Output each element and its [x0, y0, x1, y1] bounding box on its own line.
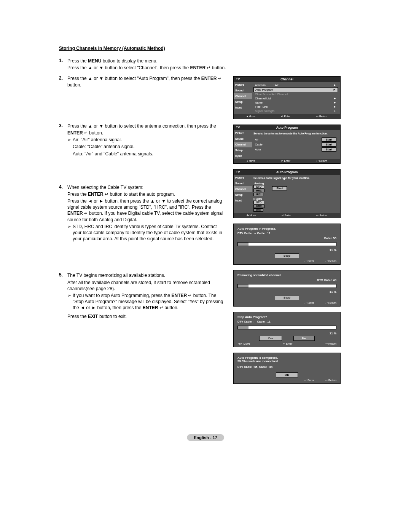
- note-icon: ➢: [67, 292, 73, 311]
- opt-irc[interactable]: IRC: [253, 193, 263, 196]
- osd-completed: Auto Program is completed. 99 Channels a…: [233, 353, 341, 384]
- row-signal-strength: Signal Strength►: [253, 109, 338, 113]
- enter-icon: ↵: [218, 76, 222, 81]
- tab-input[interactable]: Input: [234, 105, 252, 110]
- hint-return: ↩ Return: [325, 379, 336, 382]
- hint-enter: ↵ Enter: [281, 160, 290, 163]
- screens-column: TVChannel Picture Sound Channel Setup In…: [233, 58, 341, 384]
- step-number: 4.: [59, 184, 67, 242]
- tab-picture[interactable]: Picture: [234, 82, 252, 88]
- hint-move: ♦ Move: [247, 160, 255, 163]
- progress-cable: DTV Cable 40: [317, 278, 336, 282]
- start-button[interactable]: Start: [272, 186, 287, 190]
- tab-setup[interactable]: Setup: [234, 147, 252, 153]
- text: Press the ◄ or ► button, then press the …: [67, 198, 222, 210]
- tab-channel[interactable]: Channel: [234, 186, 252, 192]
- row-fine-tune[interactable]: Fine Tune►: [253, 105, 338, 109]
- menu-ref: MENU: [88, 58, 101, 64]
- row-auto-program[interactable]: Auto Program►: [253, 87, 338, 92]
- opt-std[interactable]: STD: [253, 201, 264, 204]
- text: button.: [67, 82, 81, 88]
- row-antenna[interactable]: Antenna : Air►: [253, 83, 338, 87]
- opt-irc[interactable]: IRC: [253, 208, 263, 212]
- text: When selecting the Cable TV system:: [67, 184, 226, 190]
- enter-ref: ENTER: [201, 76, 217, 81]
- enter-icon: ↵: [84, 130, 88, 136]
- text: Press the: [67, 192, 88, 197]
- hint-enter: ↵ Enter: [283, 342, 293, 345]
- tab-sound[interactable]: Sound: [234, 181, 252, 186]
- text: Press the: [67, 314, 88, 319]
- text: button to display the menu.: [101, 58, 157, 64]
- enter-ref: ENTER: [171, 293, 187, 298]
- text: Cable: "Cable" antenna signal.: [73, 144, 226, 150]
- tab-sound[interactable]: Sound: [234, 136, 252, 142]
- section-heading: Storing Channels in Memory (Automatic Me…: [59, 46, 352, 51]
- stop-button[interactable]: Stop: [275, 295, 299, 300]
- progress-percent: 11 %: [330, 332, 336, 335]
- step-number: 2.: [59, 75, 67, 88]
- osd-title: Auto Program: [276, 170, 298, 174]
- text: Auto: "Air" and "Cable" antenna signals.: [73, 151, 226, 157]
- tab-setup[interactable]: Setup: [234, 99, 252, 105]
- step-number: 5.: [59, 272, 67, 320]
- osd-title: Stop Auto Program?: [237, 315, 336, 319]
- osd-description: Selects a cable signal type for your loc…: [253, 177, 338, 180]
- tab-input[interactable]: Input: [234, 198, 252, 203]
- step-3: 3. Press the ▲ or ▼ button to select the…: [59, 123, 226, 158]
- row-auto[interactable]: AutoStart: [253, 147, 338, 152]
- opt-hrc[interactable]: HRC: [253, 189, 264, 192]
- ok-button[interactable]: OK: [276, 372, 298, 377]
- yes-button[interactable]: Yes: [259, 336, 282, 341]
- progress-bar: [237, 326, 336, 329]
- tab-sound[interactable]: Sound: [234, 88, 252, 93]
- hint-return: ↩ Return: [316, 160, 327, 163]
- no-button[interactable]: No: [293, 336, 315, 341]
- text: Press the: [67, 58, 88, 64]
- enter-icon: ↵: [105, 192, 108, 197]
- text: button to exit.: [98, 314, 127, 319]
- hint-return: ↩ Return: [316, 115, 327, 118]
- opt-hrc[interactable]: HRC: [253, 204, 264, 208]
- hint-move: ◄► Move: [237, 342, 250, 345]
- tab-channel[interactable]: Channel: [234, 142, 252, 147]
- osd-stop-confirm: Stop Auto Program? DTV Cable : -- Cable …: [233, 312, 341, 347]
- row-channel-list[interactable]: Channel List►: [253, 96, 338, 101]
- result-line: DTV Cable : 65, Cable : 34: [237, 365, 336, 369]
- enter-ref: ENTER: [190, 65, 206, 70]
- hint-enter: ↵ Enter: [304, 260, 314, 263]
- osd-subtitle: 99 Channels are memorized.: [237, 359, 336, 363]
- osd-progress: Auto Program in Progress. DTV Cable : --…: [233, 224, 341, 265]
- hint-enter: ↵ Enter: [282, 214, 291, 217]
- osd-auto-program-antenna: TVAuto Program Picture Sound Channel Set…: [233, 125, 341, 164]
- progress-percent: 11 %: [330, 248, 336, 252]
- hint-enter: ↵ Enter: [281, 115, 290, 118]
- tab-picture[interactable]: Picture: [234, 130, 252, 136]
- step-1: 1. Press the MENU button to display the …: [59, 58, 226, 72]
- tab-channel[interactable]: Channel: [234, 93, 252, 99]
- instructions-column: 1. Press the MENU button to display the …: [59, 58, 226, 384]
- enter-icon: ↵: [207, 65, 210, 70]
- start-button[interactable]: Start: [322, 147, 336, 152]
- start-button[interactable]: Start: [322, 142, 336, 147]
- text: Press the ▲ or ▼ button to select "Chann…: [67, 65, 190, 70]
- text: Air: "Air" antenna signal.: [73, 137, 226, 143]
- tab-picture[interactable]: Picture: [234, 175, 252, 181]
- text: button to start the auto program.: [108, 192, 175, 197]
- opt-std[interactable]: STD: [253, 185, 264, 189]
- tab-setup[interactable]: Setup: [234, 192, 252, 198]
- hint-enter: ↵ Enter: [304, 379, 314, 382]
- text: After all the available channels are sto…: [67, 280, 226, 292]
- enter-icon: ↵: [188, 293, 192, 298]
- text: button.: [210, 65, 226, 70]
- step-number: 3.: [59, 123, 67, 158]
- text: button.: [88, 130, 103, 136]
- osd-title: Auto Program: [276, 126, 298, 129]
- start-button[interactable]: Start: [322, 137, 336, 142]
- tab-input[interactable]: Input: [234, 153, 252, 159]
- enter-ref: ENTER: [67, 130, 84, 136]
- row-name[interactable]: Name►: [253, 101, 338, 105]
- row-cable[interactable]: CableStart: [253, 142, 338, 147]
- stop-button[interactable]: Stop: [275, 253, 299, 258]
- row-air[interactable]: AirStart: [253, 137, 338, 142]
